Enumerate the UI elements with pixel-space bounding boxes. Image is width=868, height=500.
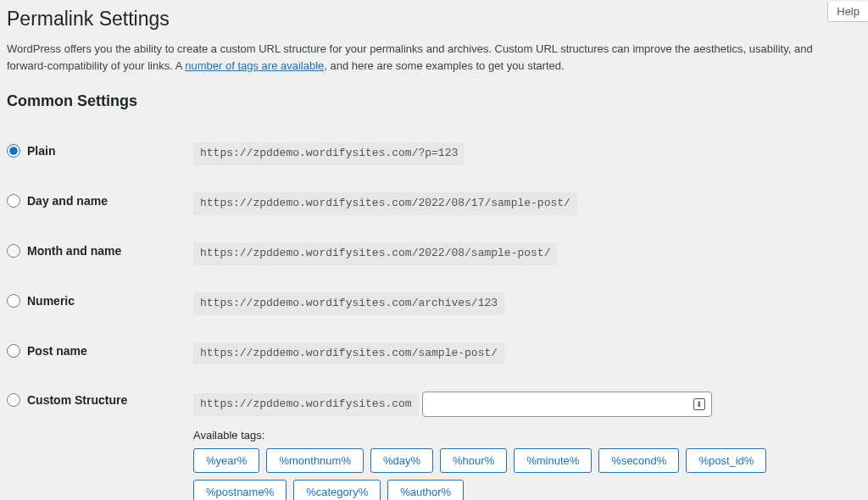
radio-numeric[interactable]	[7, 294, 20, 308]
url-post-name: https://zpddemo.wordifysites.com/sample-…	[193, 342, 504, 365]
intro-text-after: , and here are some examples to get you …	[324, 59, 564, 72]
custom-structure-input[interactable]	[422, 392, 712, 417]
custom-base-url: https://zpddemo.wordifysites.com	[193, 393, 419, 416]
permalink-option-day-name: Day and name https://zpddemo.wordifysite…	[7, 179, 851, 229]
url-month-name: https://zpddemo.wordifysites.com/2022/08…	[193, 242, 557, 265]
permalink-options-table: Plain https://zpddemo.wordifysites.com/?…	[7, 129, 851, 500]
tag-minute-button[interactable]: %minute%	[514, 448, 592, 473]
tag-category-button[interactable]: %category%	[293, 480, 381, 500]
available-tags-label: Available tags:	[193, 429, 851, 442]
permalink-option-month-name: Month and name https://zpddemo.wordifysi…	[7, 229, 851, 279]
tag-monthnum-button[interactable]: %monthnum%	[266, 448, 364, 473]
tag-day-button[interactable]: %day%	[370, 448, 433, 473]
help-button[interactable]: Help	[827, 2, 868, 22]
tag-year-button[interactable]: %year%	[193, 448, 259, 473]
intro-tags-link[interactable]: number of tags are available	[185, 59, 324, 72]
label-custom[interactable]: Custom Structure	[27, 393, 127, 407]
radio-post-name[interactable]	[7, 344, 20, 358]
label-day-name[interactable]: Day and name	[27, 194, 108, 208]
tag-postid-button[interactable]: %post_id%	[686, 448, 766, 473]
radio-month-name[interactable]	[7, 244, 20, 258]
radio-plain[interactable]	[7, 144, 20, 158]
permalink-option-plain: Plain https://zpddemo.wordifysites.com/?…	[7, 129, 851, 179]
tag-author-button[interactable]: %author%	[387, 480, 464, 500]
page-title: Permalink Settings	[7, 0, 851, 31]
available-tags-row: %year% %monthnum% %day% %hour% %minute% …	[193, 448, 851, 500]
permalink-option-custom: Custom Structure https://zpddemo.wordify…	[7, 378, 851, 500]
tag-hour-button[interactable]: %hour%	[440, 448, 507, 473]
radio-custom[interactable]	[7, 393, 20, 407]
permalink-option-numeric: Numeric https://zpddemo.wordifysites.com…	[7, 279, 851, 329]
page-intro: WordPress offers you the ability to crea…	[7, 41, 837, 74]
tag-postname-button[interactable]: %postname%	[193, 480, 287, 500]
label-month-name[interactable]: Month and name	[27, 244, 121, 258]
label-plain[interactable]: Plain	[27, 144, 55, 158]
common-settings-heading: Common Settings	[7, 92, 851, 110]
radio-day-name[interactable]	[7, 194, 20, 208]
label-post-name[interactable]: Post name	[27, 344, 87, 358]
label-numeric[interactable]: Numeric	[27, 294, 75, 308]
url-numeric: https://zpddemo.wordifysites.com/archive…	[193, 292, 504, 315]
permalink-option-post-name: Post name https://zpddemo.wordifysites.c…	[7, 329, 851, 379]
tag-second-button[interactable]: %second%	[598, 448, 679, 473]
url-day-name: https://zpddemo.wordifysites.com/2022/08…	[193, 192, 577, 215]
url-plain: https://zpddemo.wordifysites.com/?p=123	[193, 142, 465, 165]
